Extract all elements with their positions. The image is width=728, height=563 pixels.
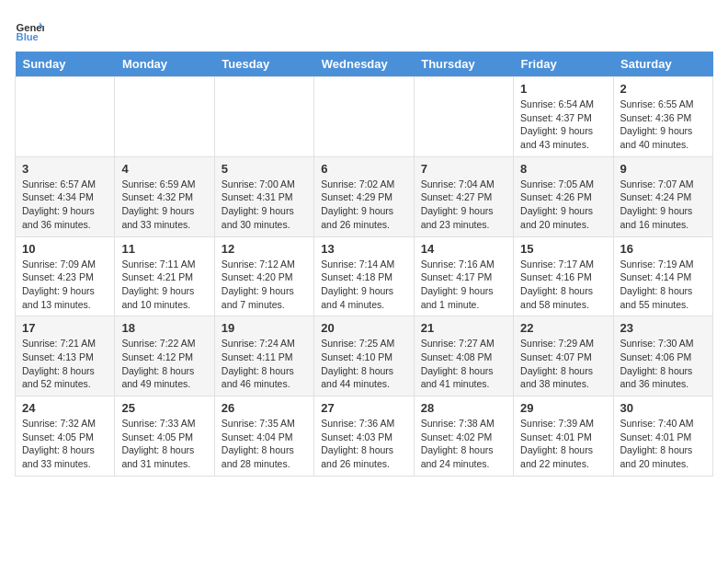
calendar-day-cell [314,77,414,157]
calendar-day-header: Tuesday [214,52,313,77]
day-info: Sunrise: 7:27 AM Sunset: 4:08 PM Dayligh… [421,337,506,391]
day-number: 1 [520,82,606,96]
day-number: 24 [22,401,108,415]
day-number: 2 [620,82,706,96]
day-info: Sunrise: 7:19 AM Sunset: 4:14 PM Dayligh… [620,258,706,312]
day-info: Sunrise: 7:14 AM Sunset: 4:18 PM Dayligh… [321,258,406,312]
logo-icon: General Blue [15,15,44,44]
calendar-day-cell: 15Sunrise: 7:17 AM Sunset: 4:16 PM Dayli… [514,236,613,316]
calendar-day-cell: 2Sunrise: 6:55 AM Sunset: 4:36 PM Daylig… [613,77,712,157]
day-number: 26 [222,401,307,415]
calendar-day-cell: 8Sunrise: 7:05 AM Sunset: 4:26 PM Daylig… [514,156,613,236]
calendar-day-cell: 9Sunrise: 7:07 AM Sunset: 4:24 PM Daylig… [613,156,712,236]
calendar-day-header: Wednesday [314,52,414,77]
day-number: 8 [520,162,606,176]
day-info: Sunrise: 7:36 AM Sunset: 4:03 PM Dayligh… [321,417,406,471]
day-number: 23 [620,321,706,335]
day-number: 25 [121,401,207,415]
calendar-header-row: SundayMondayTuesdayWednesdayThursdayFrid… [16,52,713,77]
day-number: 6 [321,162,406,176]
calendar-day-cell [214,77,313,157]
calendar-day-cell: 6Sunrise: 7:02 AM Sunset: 4:29 PM Daylig… [314,156,414,236]
calendar-day-cell: 27Sunrise: 7:36 AM Sunset: 4:03 PM Dayli… [314,396,414,477]
day-info: Sunrise: 7:35 AM Sunset: 4:04 PM Dayligh… [222,417,307,471]
calendar-day-cell: 11Sunrise: 7:11 AM Sunset: 4:21 PM Dayli… [115,236,214,316]
day-info: Sunrise: 7:32 AM Sunset: 4:05 PM Dayligh… [22,417,108,471]
calendar-day-cell: 14Sunrise: 7:16 AM Sunset: 4:17 PM Dayli… [414,236,513,316]
logo: General Blue [15,15,44,44]
calendar-body: 1Sunrise: 6:54 AM Sunset: 4:37 PM Daylig… [16,77,713,477]
day-number: 10 [22,242,108,256]
calendar-day-header: Thursday [414,52,513,77]
calendar-day-cell: 3Sunrise: 6:57 AM Sunset: 4:34 PM Daylig… [16,156,115,236]
calendar-day-cell: 18Sunrise: 7:22 AM Sunset: 4:12 PM Dayli… [115,316,214,396]
calendar-day-cell: 1Sunrise: 6:54 AM Sunset: 4:37 PM Daylig… [514,77,613,157]
calendar-day-cell: 4Sunrise: 6:59 AM Sunset: 4:32 PM Daylig… [115,156,214,236]
day-number: 19 [222,321,307,335]
day-info: Sunrise: 7:17 AM Sunset: 4:16 PM Dayligh… [520,258,606,312]
day-number: 30 [620,401,706,415]
day-info: Sunrise: 7:16 AM Sunset: 4:17 PM Dayligh… [421,258,506,312]
day-info: Sunrise: 7:04 AM Sunset: 4:27 PM Dayligh… [421,178,506,232]
day-info: Sunrise: 7:39 AM Sunset: 4:01 PM Dayligh… [520,417,606,471]
day-info: Sunrise: 7:22 AM Sunset: 4:12 PM Dayligh… [121,337,207,391]
calendar-day-cell: 19Sunrise: 7:24 AM Sunset: 4:11 PM Dayli… [214,316,313,396]
calendar-week-row: 1Sunrise: 6:54 AM Sunset: 4:37 PM Daylig… [16,77,713,157]
day-number: 9 [620,162,706,176]
calendar-table: SundayMondayTuesdayWednesdayThursdayFrid… [15,52,713,477]
day-number: 21 [421,321,506,335]
day-number: 14 [421,242,506,256]
calendar-day-cell: 26Sunrise: 7:35 AM Sunset: 4:04 PM Dayli… [214,396,313,477]
calendar-day-cell: 10Sunrise: 7:09 AM Sunset: 4:23 PM Dayli… [16,236,115,316]
calendar-day-cell: 23Sunrise: 7:30 AM Sunset: 4:06 PM Dayli… [613,316,712,396]
calendar-day-header: Sunday [16,52,115,77]
day-number: 22 [520,321,606,335]
svg-text:Blue: Blue [17,31,39,42]
day-info: Sunrise: 7:02 AM Sunset: 4:29 PM Dayligh… [321,178,406,232]
calendar-day-cell: 28Sunrise: 7:38 AM Sunset: 4:02 PM Dayli… [414,396,513,477]
day-info: Sunrise: 7:30 AM Sunset: 4:06 PM Dayligh… [620,337,706,391]
calendar-day-header: Monday [115,52,214,77]
day-number: 16 [620,242,706,256]
day-info: Sunrise: 7:24 AM Sunset: 4:11 PM Dayligh… [222,337,307,391]
calendar-day-cell: 7Sunrise: 7:04 AM Sunset: 4:27 PM Daylig… [414,156,513,236]
day-number: 12 [222,242,307,256]
day-number: 28 [421,401,506,415]
day-info: Sunrise: 7:11 AM Sunset: 4:21 PM Dayligh… [121,258,207,312]
calendar-day-cell: 13Sunrise: 7:14 AM Sunset: 4:18 PM Dayli… [314,236,414,316]
day-number: 17 [22,321,108,335]
day-number: 27 [321,401,406,415]
calendar-day-cell: 30Sunrise: 7:40 AM Sunset: 4:01 PM Dayli… [613,396,712,477]
day-info: Sunrise: 6:59 AM Sunset: 4:32 PM Dayligh… [121,178,207,232]
calendar-day-header: Saturday [613,52,712,77]
calendar-day-cell [414,77,513,157]
day-info: Sunrise: 7:12 AM Sunset: 4:20 PM Dayligh… [222,258,307,312]
calendar-day-cell [115,77,214,157]
calendar-day-cell: 20Sunrise: 7:25 AM Sunset: 4:10 PM Dayli… [314,316,414,396]
calendar-day-cell: 5Sunrise: 7:00 AM Sunset: 4:31 PM Daylig… [214,156,313,236]
calendar-day-cell: 24Sunrise: 7:32 AM Sunset: 4:05 PM Dayli… [16,396,115,477]
calendar-day-cell: 16Sunrise: 7:19 AM Sunset: 4:14 PM Dayli… [613,236,712,316]
day-info: Sunrise: 7:00 AM Sunset: 4:31 PM Dayligh… [222,178,307,232]
day-info: Sunrise: 7:33 AM Sunset: 4:05 PM Dayligh… [121,417,207,471]
day-info: Sunrise: 7:25 AM Sunset: 4:10 PM Dayligh… [321,337,406,391]
calendar-week-row: 10Sunrise: 7:09 AM Sunset: 4:23 PM Dayli… [16,236,713,316]
day-number: 20 [321,321,406,335]
page-header: General Blue [15,15,713,44]
day-info: Sunrise: 7:29 AM Sunset: 4:07 PM Dayligh… [520,337,606,391]
day-info: Sunrise: 6:54 AM Sunset: 4:37 PM Dayligh… [520,98,606,152]
day-info: Sunrise: 7:05 AM Sunset: 4:26 PM Dayligh… [520,178,606,232]
calendar-day-cell [16,77,115,157]
calendar-day-cell: 29Sunrise: 7:39 AM Sunset: 4:01 PM Dayli… [514,396,613,477]
day-number: 4 [121,162,207,176]
calendar-day-cell: 25Sunrise: 7:33 AM Sunset: 4:05 PM Dayli… [115,396,214,477]
calendar-day-header: Friday [514,52,613,77]
calendar-day-cell: 17Sunrise: 7:21 AM Sunset: 4:13 PM Dayli… [16,316,115,396]
day-info: Sunrise: 7:38 AM Sunset: 4:02 PM Dayligh… [421,417,506,471]
calendar-week-row: 17Sunrise: 7:21 AM Sunset: 4:13 PM Dayli… [16,316,713,396]
day-info: Sunrise: 7:40 AM Sunset: 4:01 PM Dayligh… [620,417,706,471]
calendar-day-cell: 21Sunrise: 7:27 AM Sunset: 4:08 PM Dayli… [414,316,513,396]
calendar-day-cell: 22Sunrise: 7:29 AM Sunset: 4:07 PM Dayli… [514,316,613,396]
day-info: Sunrise: 6:57 AM Sunset: 4:34 PM Dayligh… [22,178,108,232]
calendar-week-row: 24Sunrise: 7:32 AM Sunset: 4:05 PM Dayli… [16,396,713,477]
